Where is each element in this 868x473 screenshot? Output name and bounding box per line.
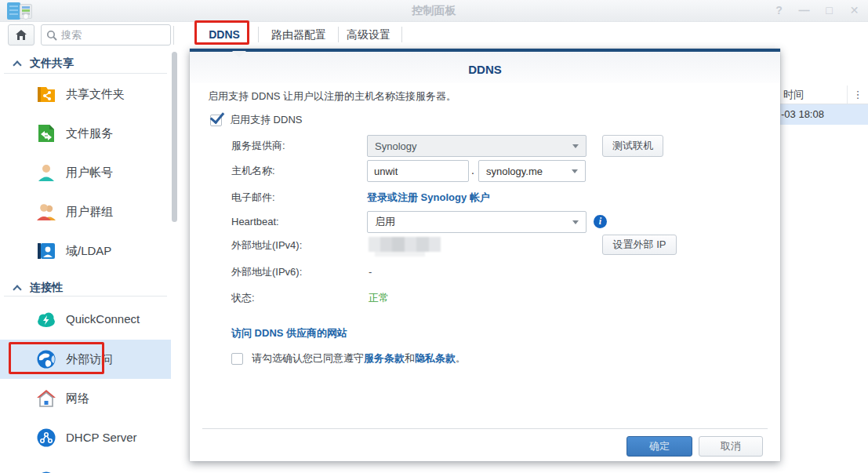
sidebar-divider [4, 296, 167, 297]
sidebar-item-network[interactable]: 网络 [0, 379, 171, 418]
close-icon[interactable]: ✕ [847, 3, 862, 18]
time-column-header: 时间 [783, 88, 804, 102]
background-table-row[interactable]: -03 18:08 [779, 104, 868, 125]
chevron-up-icon [13, 60, 21, 69]
tab-advanced-settings[interactable]: 高级设置 [342, 23, 395, 46]
chevron-up-icon [13, 285, 21, 293]
cancel-button[interactable]: 取消 [699, 436, 763, 457]
titlebar: 控制面板 ? — □ ✕ [0, 0, 868, 22]
redacted-ipv4-value [369, 237, 441, 252]
tab-ddns[interactable]: DDNS [196, 23, 252, 46]
domain-ldap-icon [36, 241, 56, 261]
sidebar-item-wireless[interactable]: 无线 [0, 461, 171, 473]
dialog-title: DDNS [468, 63, 502, 76]
header-divider [173, 26, 174, 45]
sidebar-divider [4, 73, 167, 74]
user-group-icon [36, 202, 56, 222]
search-icon [46, 30, 57, 41]
active-tab-pointer [232, 51, 246, 57]
home-icon [15, 29, 27, 41]
hostname-dot: . [471, 164, 474, 176]
sidebar-item-file-services[interactable]: 文件服务 [0, 114, 171, 153]
shared-folder-icon [36, 84, 56, 104]
table-menu-icon[interactable]: ⋮ [847, 86, 868, 104]
domain-select[interactable]: synology.me [478, 160, 586, 182]
tab-separator [258, 27, 259, 42]
hostname-label: 主机名称: [231, 160, 275, 182]
ddns-dialog: DDNS 启用支持 DDNS 让用户以注册的主机名称连接服务器。 启用支持 DD… [190, 49, 780, 461]
hostname-input-box [367, 160, 469, 182]
heartbeat-label: Heartbeat: [231, 211, 279, 233]
privacy-terms-link[interactable]: 隐私条款 [415, 352, 456, 364]
row-time-value: -03 18:08 [781, 108, 824, 120]
status-value: 正常 [369, 287, 389, 309]
agree-terms-text: 请勾选确认您已同意遵守服务条款和隐私条款。 [252, 351, 466, 366]
terms-of-service-link[interactable]: 服务条款 [364, 352, 405, 364]
dialog-header: DDNS [190, 52, 780, 83]
ipv6-value: - [369, 261, 372, 283]
chevron-down-icon [572, 220, 579, 224]
provider-label: 服务提供商: [231, 135, 285, 157]
ipv4-label: 外部地址(IPv4): [231, 235, 302, 257]
minimize-icon[interactable]: — [797, 3, 812, 18]
set-external-ip-button[interactable]: 设置外部 IP [602, 235, 677, 255]
email-label: 电子邮件: [231, 187, 275, 209]
enable-ddns-label: 启用支持 DDNS [230, 113, 302, 127]
dialog-footer-divider [202, 428, 768, 429]
sidebar-item-domain-ldap[interactable]: 域/LDAP [0, 231, 171, 271]
sidebar-item-dhcp-server[interactable]: DHCP Server [0, 418, 171, 457]
info-icon[interactable]: i [594, 215, 607, 228]
sidebar-item-shared-folder[interactable]: 共享文件夹 [0, 75, 171, 114]
ddns-provider-website-link[interactable]: 访问 DDNS 供应商的网站 [231, 326, 347, 340]
home-button[interactable] [8, 24, 35, 45]
hostname-input[interactable] [368, 161, 468, 181]
sidebar-item-external-access[interactable]: 外部访问 [0, 340, 171, 379]
sidebar-item-user-account[interactable]: 用户帐号 [0, 153, 171, 192]
control-panel-window: 控制面板 ? — □ ✕ DDNS 路由器配置 高级设置 文件共享 [0, 0, 868, 473]
sidebar-item-user-group[interactable]: 用户群组 [0, 192, 171, 231]
maximize-icon[interactable]: □ [822, 3, 837, 18]
window-title: 控制面板 [0, 4, 868, 18]
sidebar-section-connectivity[interactable]: 连接性 [0, 279, 171, 300]
chevron-down-icon [572, 169, 578, 173]
search-input[interactable] [61, 29, 155, 41]
sidebar-scrollbar-thumb[interactable] [172, 52, 177, 222]
dialog-description: 启用支持 DDNS 让用户以注册的主机名称连接服务器。 [208, 89, 456, 104]
ok-button[interactable]: 确定 [626, 436, 692, 457]
quickconnect-icon [36, 309, 56, 329]
status-label: 状态: [231, 287, 255, 309]
network-home-icon [36, 388, 56, 409]
dhcp-server-icon [36, 428, 56, 448]
heartbeat-select[interactable]: 启用 [367, 211, 587, 233]
provider-select[interactable]: Synology [367, 135, 587, 157]
external-access-globe-icon [36, 349, 56, 369]
test-connection-button[interactable]: 测试联机 [602, 135, 663, 157]
enable-ddns-checkbox[interactable] [210, 115, 222, 126]
user-icon [36, 162, 56, 183]
search-box[interactable] [41, 24, 171, 45]
help-icon[interactable]: ? [772, 3, 786, 18]
sidebar-item-quickconnect[interactable]: QuickConnect [0, 300, 171, 339]
tab-router-configuration[interactable]: 路由器配置 [262, 23, 336, 46]
agree-terms-checkbox[interactable] [231, 353, 243, 365]
synology-account-link[interactable]: 登录或注册 Synology 帐户 [367, 191, 490, 205]
tab-separator [401, 27, 402, 42]
chevron-down-icon [572, 144, 579, 148]
ipv6-label: 外部地址(IPv6): [231, 261, 302, 283]
tab-separator [338, 27, 339, 42]
sidebar: 文件共享 共享文件夹 [0, 49, 171, 473]
file-services-icon [36, 123, 56, 144]
